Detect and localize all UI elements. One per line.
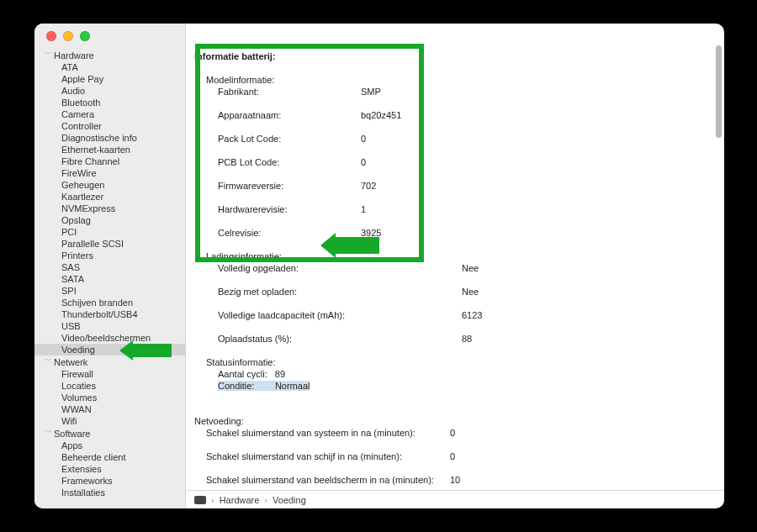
window-controls — [46, 31, 90, 41]
sidebar-category-label: Hardware — [54, 50, 94, 61]
breadcrumb: › Hardware › Voeding — [186, 490, 724, 508]
sidebar-item-nvmexpress[interactable]: NVMExpress — [34, 203, 185, 214]
close-icon[interactable] — [46, 31, 56, 41]
minimize-icon[interactable] — [63, 31, 73, 41]
chevron-down-icon: ﹀ — [45, 49, 52, 60]
sidebar-item-apple-pay[interactable]: Apple Pay — [34, 73, 185, 85]
sidebar-item-beheerde-client[interactable]: Beheerde client — [34, 451, 185, 463]
sidebar-item-wifi[interactable]: Wifi — [34, 415, 185, 427]
subsection: Statusinformatie: — [194, 357, 276, 367]
system-info-window: ﹀ Hardware ATAApple PayAudioBluetoothCam… — [34, 24, 724, 508]
sidebar-item-extensies[interactable]: Extensies — [34, 463, 185, 475]
sidebar-item-sata[interactable]: SATA — [34, 273, 185, 285]
chevron-right-icon: › — [211, 495, 214, 505]
sidebar-item-diagnostische-info[interactable]: Diagnostische info — [34, 132, 185, 144]
zoom-icon[interactable] — [80, 31, 90, 41]
sidebar: ﹀ Hardware ATAApple PayAudioBluetoothCam… — [34, 24, 186, 508]
sidebar-item-voeding[interactable]: Voeding — [34, 344, 185, 356]
sidebar-item-printers[interactable]: Printers — [34, 250, 185, 261]
sidebar-category-software[interactable]: ﹀ Software — [34, 427, 185, 440]
section-title: Informatie batterij: — [194, 51, 276, 61]
sidebar-item-sas[interactable]: SAS — [34, 261, 185, 273]
sidebar-item-firewire[interactable]: FireWire — [34, 167, 185, 179]
content-pane: Informatie batterij: Modelinformatie: Fa… — [186, 24, 724, 508]
sidebar-item-schijven-branden[interactable]: Schijven branden — [34, 297, 185, 308]
sidebar-item-opslag[interactable]: Opslag — [34, 214, 185, 226]
sidebar-item-thunderbolt-usb4[interactable]: Thunderbolt/USB4 — [34, 308, 185, 320]
sidebar-item-parallelle-scsi[interactable]: Parallelle SCSI — [34, 238, 185, 250]
sidebar-category-hardware[interactable]: ﹀ Hardware — [34, 49, 185, 61]
sidebar-item-volumes[interactable]: Volumes — [34, 392, 185, 403]
subsection: Ladingsinformatie: — [194, 251, 282, 261]
sidebar-category-network[interactable]: ﹀ Netwerk — [34, 356, 185, 368]
sidebar-item-spi[interactable]: SPI — [34, 285, 185, 297]
sidebar-item-usb[interactable]: USB — [34, 320, 185, 332]
sidebar-category-label: Software — [54, 429, 90, 439]
sidebar-item-audio[interactable]: Audio — [34, 85, 185, 97]
sidebar-item-camera[interactable]: Camera — [34, 108, 185, 120]
chevron-down-icon: ﹀ — [45, 356, 52, 366]
subsection: Modelinformatie: — [194, 75, 274, 85]
sidebar-item-apps[interactable]: Apps — [34, 440, 185, 451]
sidebar-item-locaties[interactable]: Locaties — [34, 380, 185, 392]
sidebar-item-installaties[interactable]: Installaties — [34, 487, 185, 498]
sidebar-item-pci[interactable]: PCI — [34, 226, 185, 238]
chevron-right-icon: › — [264, 495, 267, 505]
report-text[interactable]: Informatie batterij: Modelinformatie: Fa… — [186, 24, 724, 490]
sidebar-item-geheugen[interactable]: Geheugen — [34, 179, 185, 191]
chevron-down-icon: ﹀ — [45, 427, 52, 438]
sidebar-item-bluetooth[interactable]: Bluetooth — [34, 97, 185, 108]
sidebar-item-controller[interactable]: Controller — [34, 120, 185, 132]
sidebar-category-label: Netwerk — [54, 357, 87, 367]
sidebar-item-video-beeldschermen[interactable]: Video/beeldschermen — [34, 332, 185, 344]
sidebar-item-kaartlezer[interactable]: Kaartlezer — [34, 191, 185, 203]
selected-text: Conditie: Normaal — [218, 381, 310, 391]
device-icon — [194, 496, 206, 504]
scrollbar-thumb[interactable] — [716, 45, 722, 138]
sidebar-item-firewall[interactable]: Firewall — [34, 368, 185, 380]
breadcrumb-item[interactable]: Voeding — [273, 495, 306, 505]
breadcrumb-item[interactable]: Hardware — [220, 495, 260, 505]
subsection: Netvoeding: — [194, 416, 244, 426]
sidebar-item-ethernet-kaarten[interactable]: Ethernet-kaarten — [34, 144, 185, 155]
sidebar-item-ata[interactable]: ATA — [34, 61, 185, 73]
sidebar-item-wwan[interactable]: WWAN — [34, 403, 185, 415]
sidebar-item-frameworks[interactable]: Frameworks — [34, 475, 185, 487]
sidebar-item-fibre-channel[interactable]: Fibre Channel — [34, 155, 185, 167]
